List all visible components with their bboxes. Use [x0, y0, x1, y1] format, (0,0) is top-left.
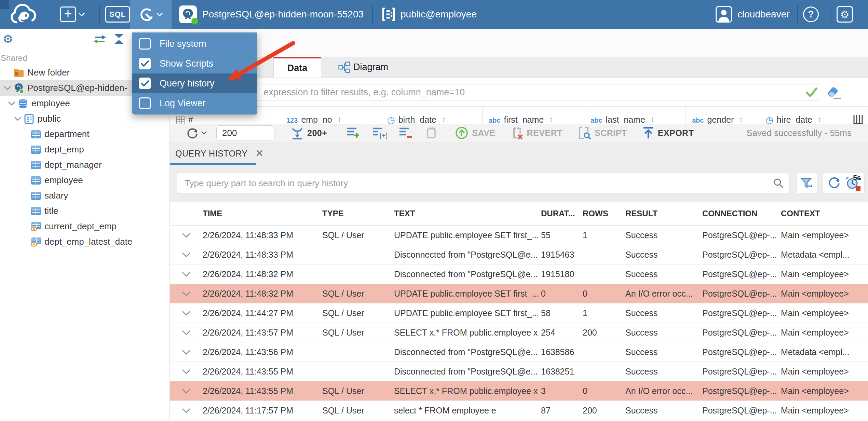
refresh-results-button[interactable] [186, 126, 207, 140]
cell-connection: PostgreSQL@ep-... [702, 269, 781, 279]
col-rows[interactable]: ROWS [583, 209, 625, 218]
clear-filter-button[interactable] [826, 85, 842, 101]
checkbox-icon[interactable] [139, 78, 151, 89]
settings-button[interactable]: ⚙ [837, 0, 853, 29]
sort-icon[interactable]: ↕ [549, 115, 553, 124]
close-icon[interactable]: ✕ [255, 148, 264, 159]
new-connection-button[interactable]: + [60, 0, 85, 29]
duplicate-row-button[interactable]: (+) [372, 127, 387, 139]
row-limit-input[interactable] [216, 125, 274, 140]
query-history-row[interactable]: 2/26/2024, 11:43:55 PM Disconnected from… [170, 362, 868, 381]
query-history-row[interactable]: 2/26/2024, 11:43:56 PM Disconnected from… [170, 342, 868, 362]
row-expand-chevron[interactable] [170, 330, 203, 335]
refresh-document-button[interactable] [425, 126, 438, 140]
tree-item[interactable]: dept_manager [0, 157, 169, 173]
row-expand-chevron[interactable] [170, 252, 203, 257]
col-connection[interactable]: CONNECTION [702, 209, 781, 218]
row-expand-chevron[interactable] [170, 311, 203, 316]
add-row-button[interactable] [346, 127, 361, 139]
row-expand-chevron[interactable] [170, 389, 203, 394]
row-expand-chevron[interactable] [170, 408, 203, 413]
checkbox-icon[interactable] [139, 97, 151, 109]
sort-icon[interactable]: ↕ [442, 115, 446, 124]
load-more-button[interactable]: 200+ [291, 126, 327, 139]
sort-icon[interactable]: ↕ [338, 115, 341, 124]
row-expand-chevron[interactable] [170, 369, 203, 374]
export-button[interactable]: EXPORT [642, 126, 694, 140]
col-duration[interactable]: DURAT... [541, 209, 583, 218]
sort-icon[interactable]: ↕ [651, 115, 654, 124]
col-context[interactable]: CONTEXT [781, 209, 868, 218]
tree-item[interactable]: title [0, 203, 169, 219]
row-expand-chevron[interactable] [170, 272, 203, 277]
tree-item[interactable]: dept_emp_latest_date [0, 234, 169, 249]
tree-item[interactable]: employee [0, 173, 169, 188]
chevron-down-icon[interactable] [12, 117, 23, 121]
user-menu-button[interactable]: cloudbeaver [716, 0, 790, 29]
grid-column-header[interactable]: abc last_name ↕ [584, 107, 686, 124]
grid-column-header[interactable]: 123 emp_no ↕ [280, 107, 381, 124]
query-history-row[interactable]: 2/26/2024, 11:17:57 PM SQL / User select… [170, 401, 868, 420]
grid-column-header[interactable]: abc first_name ↕ [483, 107, 584, 124]
tools-menu-item[interactable]: Query history [132, 73, 257, 93]
tab-diagram[interactable]: Diagram [328, 57, 398, 78]
collapse-all-icon[interactable] [113, 33, 125, 46]
auto-refresh-timer-button[interactable]: 5s [845, 175, 860, 191]
query-history-row[interactable]: 2/26/2024, 11:48:32 PM Disconnected from… [170, 264, 868, 284]
sql-editor-button[interactable]: SQL [105, 0, 130, 29]
query-history-refresh-button[interactable] [827, 175, 841, 191]
row-expand-chevron[interactable] [170, 291, 203, 296]
grid-column-header[interactable]: ◷ birth_date ↕ [381, 107, 483, 124]
apply-filter-button[interactable] [803, 84, 820, 100]
grid-column-header[interactable]: ◷ hire_date ↕ [759, 107, 868, 124]
active-connection-button[interactable]: PostgreSQL@ep-hidden-moon-55203 [179, 0, 364, 29]
query-history-row[interactable]: 2/26/2024, 11:48:33 PM Disconnected from… [170, 245, 868, 264]
row-expand-chevron[interactable] [170, 350, 203, 355]
tab-query-history[interactable]: QUERY HISTORY ✕ [170, 142, 264, 165]
column-type-icon: abc [692, 115, 704, 124]
delete-row-button[interactable] [399, 127, 413, 139]
help-button[interactable]: ? [803, 0, 819, 29]
query-history-filter-button[interactable] [796, 173, 817, 194]
sort-icon[interactable]: ↕ [818, 115, 822, 124]
tree-item[interactable]: salary [0, 188, 169, 203]
sidebar-settings-icon[interactable]: ⚙ [3, 32, 13, 46]
query-history-row[interactable]: 2/26/2024, 11:48:33 PM SQL / User UPDATE… [170, 226, 868, 245]
row-expand-chevron[interactable] [170, 233, 203, 238]
query-history-row[interactable]: 2/26/2024, 11:48:32 PM SQL / User UPDATE… [170, 284, 868, 303]
query-history-row[interactable]: 2/26/2024, 11:43:55 PM SQL / User SELECT… [170, 381, 868, 401]
tree-item[interactable]: department [0, 126, 169, 142]
sync-connection-icon[interactable] [93, 34, 107, 46]
tools-menu-item[interactable]: Show Scripts [132, 54, 257, 73]
checkbox-icon[interactable] [139, 38, 151, 50]
checkbox-icon[interactable] [139, 58, 151, 69]
col-text[interactable]: TEXT [394, 209, 541, 218]
grid-settings-icon[interactable] [853, 115, 863, 124]
col-time[interactable]: TIME [203, 209, 322, 218]
wrench-circle-icon [139, 7, 154, 22]
cell-rows: 200 [583, 406, 625, 416]
schema-selector-button[interactable]: public@employee [381, 0, 477, 29]
col-type[interactable]: TYPE [322, 209, 394, 218]
chevron-down-icon[interactable] [2, 86, 13, 90]
cell-result: Success [625, 230, 702, 240]
tree-item[interactable]: dept_emp [0, 142, 169, 157]
tree-item[interactable]: current_dept_emp [0, 219, 169, 234]
result-filter-input[interactable]: expression to filter results, e.g. colum… [173, 84, 820, 100]
query-history-search-input[interactable] [177, 173, 789, 194]
tools-menu-button[interactable] [130, 0, 172, 29]
tab-data[interactable]: Data [273, 57, 321, 78]
tools-menu-item[interactable]: File system [132, 34, 257, 54]
grid-column-header[interactable]: abc gender ↕ [686, 107, 759, 124]
chevron-down-icon[interactable] [6, 101, 17, 106]
tree-item-label: salary [44, 190, 68, 201]
tools-menu-item[interactable]: Log Viewer [132, 93, 257, 113]
revert-button[interactable]: REVERT [511, 126, 562, 140]
sort-icon[interactable]: ↕ [739, 115, 743, 124]
query-history-row[interactable]: 2/26/2024, 11:43:57 PM SQL / User SELECT… [170, 323, 868, 342]
script-button[interactable]: SCRIPT [578, 126, 627, 140]
save-button[interactable]: SAVE [455, 126, 495, 140]
query-history-row[interactable]: 2/26/2024, 11:44:27 PM SQL / User UPDATE… [170, 303, 868, 323]
cloudbeaver-logo[interactable] [9, 0, 38, 29]
col-result[interactable]: RESULT [625, 209, 702, 218]
